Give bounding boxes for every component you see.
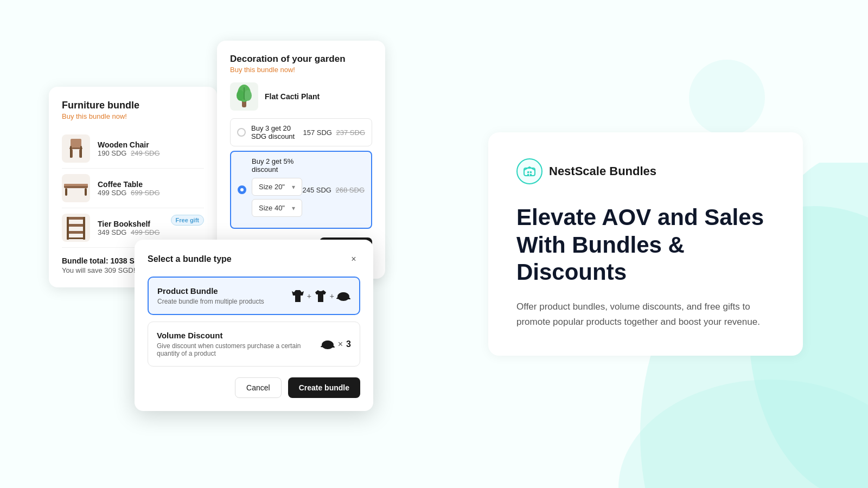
size-selects: Size 20" ▾ Size 40" ▾ [252,174,302,222]
chevron-down-icon: ▾ [292,183,295,191]
size-label-20: Size 20" [259,183,285,191]
garden-bundle-title: Decoration of your garden [230,54,372,65]
garden-buy-now[interactable]: Buy this bundle now! [230,66,372,74]
product-bundle-icon: + + [291,289,350,303]
product-bundle-title: Product Bundle [157,286,264,296]
svg-rect-27 [341,292,346,297]
plus-icon-1: + [307,292,311,300]
logo-row: NestScale Bundles [516,158,775,184]
plant-name: Flat Cacti Plant [265,92,320,101]
furniture-buy-now[interactable]: Buy this bundle now! [62,112,204,120]
quantity-label: 3 [346,339,351,349]
volume-discount-option[interactable]: Volume Discount Give discount when custo… [148,322,360,367]
volume-discount-title: Volume Discount [157,331,321,340]
svg-rect-11 [65,188,67,196]
radio-1[interactable] [237,128,246,137]
headline-line2: With Bundles & Discounts [516,232,685,285]
table-price: 499 SDG 699 SDG [98,189,160,197]
product-bundle-desc: Create bundle from multiple products [157,298,264,305]
svg-rect-19 [83,217,85,240]
radio-2[interactable] [238,185,246,194]
svg-rect-12 [85,188,87,196]
svg-point-23 [244,90,252,101]
chair-price: 190 SDG 249 SDG [98,149,160,157]
plant-image [230,82,258,111]
svg-rect-15 [67,224,85,227]
marketing-description: Offer product bundles, volume discounts,… [516,299,775,330]
svg-point-22 [237,90,244,101]
dialog-close-button[interactable]: × [347,253,360,266]
svg-rect-17 [67,237,85,239]
headline-line1: Elevate AOV and Sales [516,204,764,230]
svg-rect-4 [71,139,81,147]
product-bundle-info: Product Bundle Create bundle from multip… [157,286,264,305]
marketing-card: NestScale Bundles Elevate AOV and Sales … [488,132,803,355]
nestscale-logo-icon [516,158,542,184]
chair-name: Wooden Chair [98,140,160,149]
product-item-table: Coffee Table 499 SDG 699 SDG [62,169,204,208]
bookshelf-info: Tier Bookshelf 349 SDG 499 SDG [98,220,160,236]
marketing-section: NestScale Bundles Elevate AOV and Sales … [445,0,868,488]
svg-rect-14 [67,217,85,220]
garden-product-row: Flat Cacti Plant [230,82,372,111]
table-info: Coffee Table 499 SDG 699 SDG [98,180,160,197]
times-icon: × [338,339,343,349]
size-select-20[interactable]: Size 20" ▾ [252,178,302,196]
svg-rect-25 [320,291,322,294]
dialog-footer: Cancel Create bundle [148,377,360,398]
size-label-40: Size 40" [259,204,285,212]
svg-rect-8 [70,146,72,158]
bookshelf-name: Tier Bookshelf [98,220,160,228]
free-gift-badge: Free gift [171,215,204,226]
create-bundle-button[interactable]: Create bundle [288,377,360,398]
discount-option-1[interactable]: Buy 3 get 20 SDG discount 157 SDG 237 SD… [230,118,372,146]
select-bundle-type-dialog: Select a bundle type × Product Bundle Cr… [135,240,373,411]
discount-price-2: 245 SDG 268 SDG [302,186,365,194]
chair-info: Wooden Chair 190 SDG 249 SDG [98,140,160,157]
discount-price-1: 157 SDG 237 SDG [303,129,365,137]
plus-icon-2: + [330,292,334,300]
svg-rect-9 [80,146,82,158]
svg-rect-16 [67,231,85,234]
product-bundle-option[interactable]: Product Bundle Create bundle from multip… [148,277,360,315]
size-select-40[interactable]: Size 40" ▾ [252,199,302,217]
discount-option-2[interactable]: Buy 2 get 5% discount Size 20" ▾ Size 40… [230,151,372,229]
chair-image [62,134,90,163]
table-image [62,174,90,202]
furniture-bundle-title: Furniture bundle [62,100,204,111]
cancel-button[interactable]: Cancel [235,377,282,398]
chevron-down-icon-2: ▾ [292,204,295,212]
discount-label-1: Buy 3 get 20 SDG discount [251,124,303,140]
svg-rect-13 [64,184,88,186]
dialog-title: Select a bundle type [148,254,232,264]
dialog-header: Select a bundle type × [148,253,360,266]
volume-discount-desc: Give discount when customers purchase a … [157,342,321,357]
volume-discount-icon: × 3 [321,338,351,350]
svg-rect-29 [325,341,330,345]
logo-name: NestScale Bundles [549,164,656,178]
bookshelf-price: 349 SDG 499 SDG [98,228,160,236]
svg-rect-18 [67,217,69,240]
product-item-chair: Wooden Chair 190 SDG 249 SDG [62,129,204,169]
marketing-headline: Elevate AOV and Sales With Bundles & Dis… [516,204,775,286]
bookshelf-image [62,214,90,242]
volume-discount-info: Volume Discount Give discount when custo… [157,331,321,357]
discount-label-2: Buy 2 get 5% discount [252,157,302,174]
table-name: Coffee Table [98,180,160,189]
